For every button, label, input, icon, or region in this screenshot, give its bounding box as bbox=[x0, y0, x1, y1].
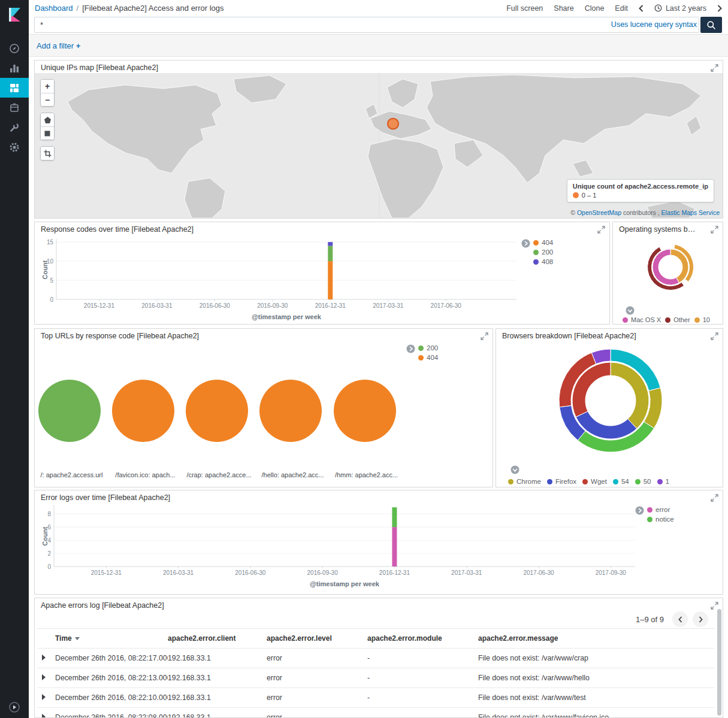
previous-page-button[interactable] bbox=[672, 611, 688, 627]
crop-icon bbox=[44, 150, 52, 157]
errors-table: Time apache2.error.client apache2.error.… bbox=[37, 628, 714, 718]
expand-panel-button[interactable] bbox=[711, 332, 718, 340]
legend-item[interactable]: 404 bbox=[533, 239, 553, 246]
legend-toggle-icon[interactable] bbox=[626, 306, 635, 315]
legend-item[interactable]: error bbox=[647, 506, 674, 513]
pie-chart[interactable] bbox=[111, 379, 175, 443]
pie-label: /: apache2.access.url bbox=[35, 471, 108, 478]
legend-item[interactable]: 1 bbox=[657, 478, 669, 485]
elastic-maps-link[interactable]: Elastic Maps Service bbox=[661, 209, 720, 216]
sidebar-item-visualize[interactable] bbox=[0, 58, 29, 78]
legend-swatch bbox=[533, 250, 539, 255]
legend-swatch bbox=[533, 240, 539, 246]
legend-swatch bbox=[418, 346, 424, 351]
top-navigation-bar: Dashboard / [Filebeat Apache2] Access an… bbox=[29, 0, 728, 16]
sidebar-item-dashboard[interactable] bbox=[0, 78, 29, 98]
sidebar-item-timelion[interactable] bbox=[0, 98, 29, 117]
pie-chart[interactable] bbox=[38, 379, 101, 443]
pie-chart[interactable] bbox=[185, 379, 249, 443]
legend-item[interactable]: Chrome bbox=[508, 478, 541, 485]
breadcrumb-dashboard-link[interactable]: Dashboard bbox=[35, 4, 73, 13]
search-query-input[interactable] bbox=[34, 17, 699, 33]
zoom-out-button[interactable]: − bbox=[41, 93, 54, 106]
pie-chart[interactable] bbox=[259, 379, 322, 443]
expand-panel-button[interactable] bbox=[711, 64, 718, 72]
full-screen-button[interactable]: Full screen bbox=[506, 4, 543, 13]
clone-button[interactable]: Clone bbox=[585, 4, 605, 13]
pie-label: /hmm: apache2.acc... bbox=[330, 471, 403, 478]
row-expand-icon[interactable] bbox=[42, 714, 46, 718]
cell-message: File does not exist: /var/www/favicon.ic… bbox=[478, 708, 714, 718]
legend-item[interactable]: Firefox bbox=[547, 478, 576, 485]
world-map[interactable]: + − Unique count of apache2.access.remot… bbox=[35, 73, 723, 218]
column-header-time[interactable]: Time bbox=[55, 629, 168, 649]
pie-chart[interactable] bbox=[333, 379, 397, 443]
openstreetmap-link[interactable]: OpenStreetMap bbox=[577, 209, 621, 216]
legend-label: 200 bbox=[542, 249, 553, 256]
legend-toggle-icon[interactable] bbox=[635, 506, 644, 515]
legend-item[interactable]: 408 bbox=[533, 258, 553, 265]
next-page-button[interactable] bbox=[693, 611, 708, 627]
legend-item[interactable]: Wget bbox=[582, 478, 607, 485]
column-header-level[interactable]: apache2.error.level bbox=[267, 629, 367, 649]
legend-label: 200 bbox=[427, 344, 438, 352]
legend-item[interactable]: 10 bbox=[694, 316, 710, 323]
column-header-message[interactable]: apache2.error.message bbox=[478, 629, 714, 649]
sidebar-collapse-button[interactable] bbox=[0, 701, 29, 713]
legend-toggle-icon[interactable] bbox=[521, 239, 530, 248]
legend-item[interactable]: 54 bbox=[613, 478, 629, 485]
cell-module: - bbox=[367, 688, 478, 708]
share-button[interactable]: Share bbox=[554, 4, 573, 13]
expand-panel-button[interactable] bbox=[597, 226, 605, 234]
legend-item[interactable]: 200 bbox=[533, 249, 553, 256]
row-expand-icon[interactable] bbox=[42, 674, 46, 680]
legend-label: error bbox=[655, 506, 670, 513]
expand-panel-button[interactable] bbox=[481, 332, 488, 340]
search-button[interactable] bbox=[700, 17, 722, 33]
time-forward-button[interactable] bbox=[717, 5, 722, 12]
sort-desc-icon bbox=[75, 637, 80, 640]
crop-bounds-button[interactable] bbox=[41, 147, 54, 160]
kibana-logo[interactable] bbox=[0, 0, 29, 29]
legend-item[interactable]: 200 bbox=[418, 344, 438, 352]
legend-toggle-icon[interactable] bbox=[510, 465, 519, 474]
svg-text:5: 5 bbox=[50, 277, 53, 284]
legend-item[interactable]: 50 bbox=[635, 478, 651, 485]
row-expand-icon[interactable] bbox=[42, 694, 46, 700]
column-header-client[interactable]: apache2.error.client bbox=[168, 629, 267, 649]
column-header-module[interactable]: apache2.error.module bbox=[367, 629, 478, 649]
chart-legend: 200 404 bbox=[406, 344, 438, 361]
time-picker[interactable]: Last 2 years bbox=[654, 4, 706, 13]
legend-swatch bbox=[418, 355, 424, 360]
sidebar-item-management[interactable] bbox=[0, 137, 29, 157]
svg-text:2016-06-30: 2016-06-30 bbox=[200, 302, 231, 309]
cell-message: File does not exist: /var/www/hello bbox=[478, 668, 714, 688]
discover-icon bbox=[9, 43, 20, 54]
svg-text:2017-03-31: 2017-03-31 bbox=[451, 569, 482, 576]
legend-item[interactable]: Mac OS X bbox=[623, 316, 661, 323]
cell-message: File does not exist: /var/www/crap bbox=[478, 649, 714, 668]
svg-text:@timestamp per week: @timestamp per week bbox=[252, 313, 322, 320]
add-filter-button[interactable]: Add a filter + bbox=[37, 41, 80, 50]
draw-rectangle-button[interactable] bbox=[41, 126, 54, 140]
legend-item[interactable]: 404 bbox=[418, 354, 438, 361]
scrollbar-thumb[interactable] bbox=[717, 609, 721, 716]
expand-panel-button[interactable] bbox=[711, 226, 718, 234]
sidebar-item-discover[interactable] bbox=[0, 38, 29, 58]
legend-toggle-icon[interactable] bbox=[406, 344, 415, 353]
cell-module: - bbox=[367, 708, 478, 718]
dev-tools-icon bbox=[9, 122, 20, 133]
lucene-syntax-link[interactable]: Uses lucene query syntax bbox=[611, 20, 697, 29]
row-expand-icon[interactable] bbox=[42, 655, 46, 661]
time-back-button[interactable] bbox=[639, 5, 644, 12]
svg-text:2017-06-30: 2017-06-30 bbox=[523, 569, 554, 576]
draw-polygon-button[interactable] bbox=[41, 113, 54, 126]
legend-item[interactable]: notice bbox=[647, 516, 674, 523]
map-marker[interactable] bbox=[388, 119, 398, 129]
edit-button[interactable]: Edit bbox=[615, 4, 628, 13]
zoom-in-button[interactable]: + bbox=[41, 80, 54, 93]
legend-item[interactable]: Other bbox=[665, 316, 690, 323]
sidebar-item-dev-tools[interactable] bbox=[0, 117, 29, 137]
legend-swatch bbox=[547, 479, 552, 484]
expand-panel-button[interactable] bbox=[711, 494, 718, 502]
